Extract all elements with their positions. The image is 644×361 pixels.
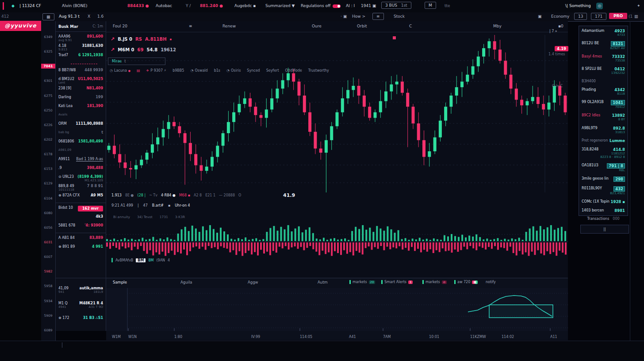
ladder-price[interactable]: 6202 xyxy=(41,137,55,142)
regulations-toggle[interactable] xyxy=(333,4,341,8)
stats-row[interactable]: OA181U3 791 | 8 RBL xyxy=(579,162,628,173)
stats-row[interactable]: 8012U BE 8121 8292T AV xyxy=(579,40,628,51)
summary-dropdown[interactable]: Summarized ▼ xyxy=(265,4,295,8)
mode-button[interactable]: M xyxy=(425,2,436,9)
watchlist-row[interactable]: Bidst 10 162 mvr xyxy=(56,205,106,214)
chart-column-label[interactable]: ▪0 xyxy=(558,24,564,28)
segment-a-button[interactable]: 13 xyxy=(574,13,587,20)
volume-indicator-label[interactable]: AvBMAfvB BM 8M (9AN 4 xyxy=(111,258,170,262)
bottom-tab[interactable]: Autm xyxy=(318,280,328,284)
candlestick-chart[interactable] xyxy=(106,35,568,192)
position-row[interactable]: ⊕ 172 31 B3 ∴S1 xyxy=(56,315,106,324)
bottom-tab[interactable]: Aggw xyxy=(248,280,258,284)
date-label[interactable]: Aug 91.3 t xyxy=(59,14,80,19)
instrument-label[interactable]: Augebdc ▪ xyxy=(234,4,256,8)
watchlist-row[interactable] xyxy=(56,61,106,67)
watchlist-row[interactable]: 0681806 1581,80,498 xyxy=(56,138,106,147)
grid-view-icon[interactable]: ▦ xyxy=(42,13,54,20)
stats-row[interactable]: R011BL90Y 432 B23,4921 xyxy=(579,185,628,196)
ladder-price[interactable]: 6031 xyxy=(41,240,55,245)
ladder-price[interactable]: 6226 xyxy=(41,123,55,127)
stats-row[interactable]: 1403 bercen 8981 xyxy=(579,207,628,214)
stats-row[interactable]: B3H400 xyxy=(579,78,628,84)
stats-row[interactable]: 8 SP2LU BE 0412 1392232 xyxy=(579,66,628,76)
app-icon[interactable]: ◎ xyxy=(596,3,603,9)
bottom-tab[interactable]: Sample xyxy=(113,280,127,284)
ladder-price[interactable]: 6178 xyxy=(41,152,55,157)
stats-row[interactable]: Adamantium 4923 4733 xyxy=(579,28,628,38)
bus-button[interactable]: 3 BUS 1st xyxy=(381,2,411,9)
stats-row[interactable]: Basyl 4mes 73332 73538 xyxy=(579,54,628,63)
ladder-price[interactable]: 6056 xyxy=(41,225,55,230)
pro-button[interactable]: PRO xyxy=(609,13,627,19)
watchlist-row[interactable]: 4k3 xyxy=(56,214,106,223)
watchlist-row[interactable]: A981,09 xyxy=(56,147,106,156)
bottom-tab[interactable]: Aguila xyxy=(180,280,192,284)
ladder-price[interactable]: 5934 xyxy=(41,299,55,303)
watchlist-row[interactable]: d BM1U2 Lent U11,90,5025 xyxy=(56,76,106,85)
x-button[interactable]: X xyxy=(88,14,90,19)
ladder-price[interactable]: 6104 xyxy=(41,196,55,201)
watchlist-row[interactable]: Darling 199 xyxy=(56,94,106,103)
volume-chart[interactable] xyxy=(106,223,568,257)
bottom-tab-item[interactable]: markets ⊘ xyxy=(422,280,447,284)
watchlist-row[interactable]: 5881 678 '4: 93900 xyxy=(56,223,106,231)
position-row[interactable]: M1 Q 4941 M48K21 R 4 A31 T 9O xyxy=(56,300,106,310)
watchlist-row[interactable]: Avails xyxy=(56,112,106,121)
bottom-tab-item[interactable]: aw 720 ▦ xyxy=(454,280,478,284)
stats-row[interactable]: 99 OL2A91B 1041 70412 xyxy=(579,99,628,110)
ladder-price[interactable]: 5958 xyxy=(41,284,55,288)
watchlist-interval[interactable]: C: 1m xyxy=(92,24,103,28)
ladder-price[interactable]: 6325 xyxy=(41,49,55,54)
bottom-tab-item[interactable]: Smart Alerts 1 xyxy=(381,280,413,284)
stats-row[interactable]: 3mile geese lin 298 xyxy=(579,176,628,183)
ladder-price[interactable]: 6080 xyxy=(41,211,55,215)
ladder-price[interactable]: 6275 xyxy=(41,93,55,98)
watchlist-row[interactable]: ORM 1111,90,8988 xyxy=(56,121,106,130)
watchlist-row[interactable]: 889,8 49 10111118 7 8 8 91 xyxy=(56,183,106,192)
watchlist-row[interactable]: A AB1 84 83,889 xyxy=(56,235,106,244)
stock-button[interactable]: Stock xyxy=(394,14,405,19)
watchlist-row[interactable]: ⊕ 891 89 4 991 xyxy=(56,244,106,253)
ladder-price[interactable]: 7041 xyxy=(41,64,55,69)
chart-column-label[interactable]: ≡ xyxy=(189,24,192,28)
watchlist-row[interactable]: Trad7 6 1291,1938 xyxy=(56,52,106,61)
watchlist-row[interactable]: Kati Lea 181,390 xyxy=(56,103,106,112)
watchlist-row[interactable]: ⊕ 872A CFX A9 M5 xyxy=(56,192,106,201)
stats-row[interactable]: 89C2 Idles 13892 8 BY xyxy=(579,112,628,122)
pair-label[interactable]: Autobac xyxy=(156,4,172,8)
how-button[interactable]: How > xyxy=(352,14,365,19)
watchlist-row[interactable]: ⊙ U9L23 (8199 4,399) M1.423.109 xyxy=(56,174,106,183)
ladder-price[interactable]: 6007 xyxy=(41,254,55,259)
chart-column-label[interactable]: Oure xyxy=(312,24,322,28)
watchlist-row[interactable]: A9911 Bad 1 199 A-as xyxy=(56,156,106,165)
stats-row[interactable]: Phading 4342 8118 xyxy=(579,87,628,96)
team-label[interactable]: \| Something xyxy=(565,4,591,8)
ladder-price[interactable]: 6301 xyxy=(41,78,55,83)
bottom-tab-item[interactable]: markets 20 xyxy=(349,280,375,284)
bottom-tab-item[interactable]: notify xyxy=(486,280,496,284)
stats-row[interactable]: COMc (1X Topin 1928 ▪ xyxy=(579,199,628,205)
chart-column-label[interactable]: Foul 20 xyxy=(113,24,127,28)
chart-column-label[interactable]: Orbit xyxy=(357,24,367,28)
watchlist-row[interactable]: 4.18 9.813 31881,630 xyxy=(56,43,106,52)
ladder-price[interactable]: 6153 xyxy=(41,166,55,171)
watchlist-row[interactable]: 238 [9] N81,409 xyxy=(56,85,106,94)
ladder-price[interactable]: 6089 xyxy=(41,328,55,333)
account-label[interactable]: Alvin (BONE) xyxy=(62,4,88,8)
layout-grid-icon[interactable]: ▥ xyxy=(634,14,638,19)
ladder-price[interactable]: 6250 xyxy=(41,108,55,113)
ladder-price[interactable]: 6349 xyxy=(41,35,55,39)
bell-icon[interactable]: ✦ xyxy=(637,4,640,8)
panel-icon[interactable]: ▣ xyxy=(538,14,542,19)
stats-row[interactable]: A9BL9T9 892.8 31813 xyxy=(579,125,628,135)
watchlist-row[interactable]: bab bg t xyxy=(56,130,106,138)
ladder-price[interactable]: 6129 xyxy=(41,181,55,186)
stats-row[interactable]: 318,8248 414.8 1181212 8223 8 · 8912 8 xyxy=(579,146,628,160)
chart-column-label[interactable]: C xyxy=(409,24,412,28)
watchlist-row[interactable]: AAA96 avg 9.91 891,600 xyxy=(56,34,106,43)
chart-column-label[interactable]: Mby xyxy=(493,24,502,28)
watchlist-row[interactable]: 8 BB7/W8 448 9939 xyxy=(56,67,106,76)
brand-logo[interactable]: @yyuvive xyxy=(0,21,41,31)
ladder-price[interactable]: 5982 xyxy=(41,269,55,274)
